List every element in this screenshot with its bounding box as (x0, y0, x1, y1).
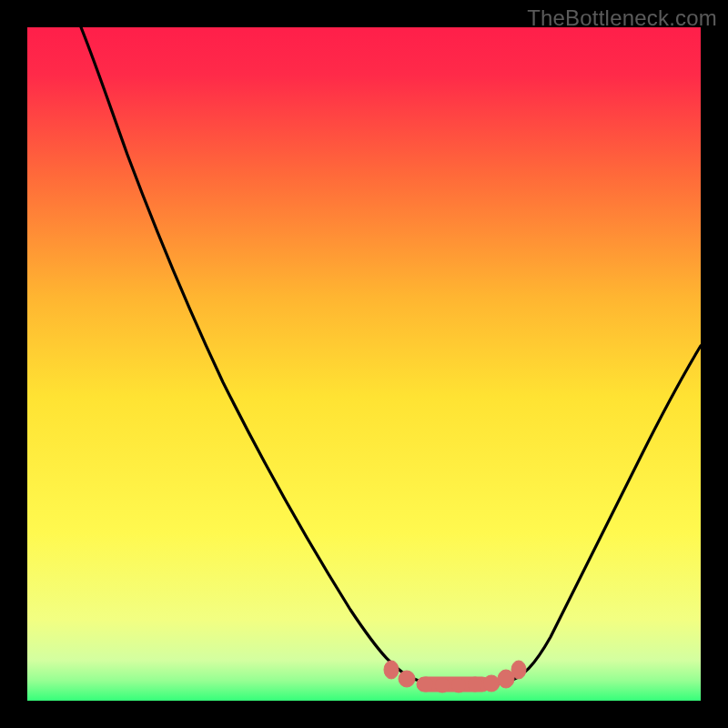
svg-point-1 (384, 661, 399, 679)
svg-point-6 (451, 678, 466, 693)
optimal-region-markers (384, 661, 526, 693)
svg-point-5 (435, 678, 450, 693)
svg-point-10 (511, 661, 526, 679)
watermark-text: TheBottleneck.com (527, 5, 717, 31)
svg-point-4 (419, 677, 433, 692)
svg-point-8 (483, 675, 500, 692)
svg-point-7 (468, 677, 482, 692)
chart-container: TheBottleneck.com (0, 0, 728, 728)
curve-layer (27, 27, 701, 701)
svg-point-2 (399, 671, 415, 687)
bottleneck-curve (81, 27, 701, 685)
plot-area (27, 27, 701, 701)
